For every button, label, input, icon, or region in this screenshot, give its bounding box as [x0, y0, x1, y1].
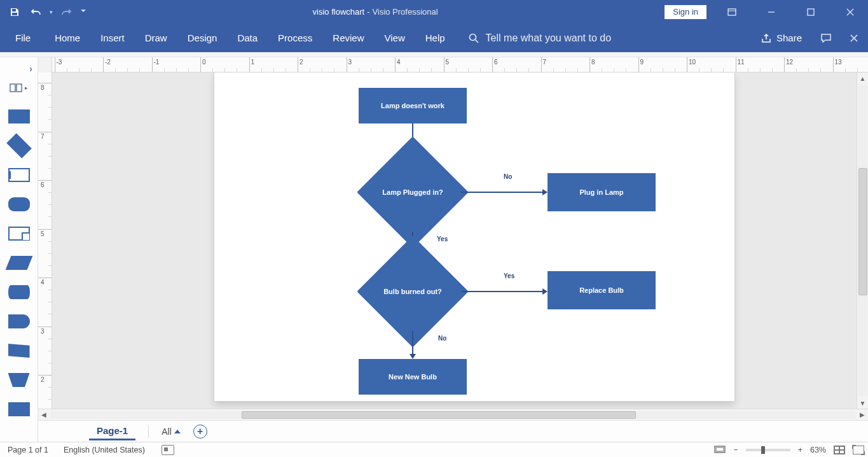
app-name: Visio Professional: [373, 7, 438, 17]
chevron-up-icon: [174, 430, 181, 433]
fit-page-button[interactable]: [830, 446, 849, 454]
arrow-icon: [542, 288, 548, 295]
tab-insert[interactable]: Insert: [90, 24, 135, 52]
connector-label-no: No: [504, 173, 512, 180]
scroll-thumb[interactable]: [242, 411, 636, 419]
tab-review[interactable]: Review: [322, 24, 374, 52]
tell-me-search[interactable]: Tell me what you want to do: [455, 24, 611, 52]
flowchart-action-2[interactable]: Replace Bulb: [548, 271, 656, 309]
collapse-ribbon-icon[interactable]: [840, 24, 868, 52]
shape-manual-icon[interactable]: [8, 344, 30, 358]
tab-home[interactable]: Home: [45, 24, 90, 52]
tab-data[interactable]: Data: [227, 24, 268, 52]
redo-icon[interactable]: [58, 4, 74, 20]
page-tab-page1[interactable]: Page-1: [89, 423, 135, 440]
tab-draw[interactable]: Draw: [135, 24, 177, 52]
connector[interactable]: [461, 291, 544, 292]
ruler-corner[interactable]: [38, 57, 52, 73]
minimize-button[interactable]: [757, 3, 785, 22]
scroll-thumb[interactable]: [858, 168, 867, 295]
svg-rect-4: [17, 84, 22, 92]
sign-in-button[interactable]: Sign in: [665, 5, 706, 19]
ruler-label: 9: [640, 59, 644, 66]
ruler-label: 2: [41, 376, 45, 383]
fit-window-button[interactable]: [849, 446, 868, 454]
window-title: visio flowchart - Visio Professional: [86, 7, 665, 17]
shape-document-icon[interactable]: [8, 227, 30, 241]
connector[interactable]: [412, 331, 413, 355]
flowchart-start[interactable]: Lamp doesn't work: [359, 88, 467, 123]
macro-recording-icon[interactable]: [153, 445, 182, 455]
qat-customize-icon[interactable]: [81, 10, 86, 15]
drawing-page[interactable]: Lamp doesn't work Lamp Plugged in?: [214, 73, 734, 401]
zoom-level[interactable]: 63%: [806, 446, 830, 454]
shape-data-icon[interactable]: [5, 256, 32, 270]
close-button[interactable]: [836, 3, 864, 22]
connector[interactable]: [461, 192, 544, 193]
flowchart-decision-2-label: Bulb burned out?: [383, 288, 442, 295]
undo-icon[interactable]: [28, 4, 45, 20]
ruler-label: -2: [105, 59, 111, 66]
maximize-button[interactable]: [797, 3, 825, 22]
scroll-right-button[interactable]: ▶: [857, 409, 868, 421]
add-page-button[interactable]: +: [193, 425, 207, 439]
all-pages-label: All: [162, 426, 172, 437]
scroll-track[interactable]: [858, 85, 867, 396]
shape-terminator-icon[interactable]: [8, 197, 30, 211]
connector-label-yes: Yes: [437, 236, 448, 243]
tab-file[interactable]: File: [0, 24, 45, 52]
vertical-ruler[interactable]: 8765432: [38, 73, 52, 409]
horizontal-ruler[interactable]: -3-2-1012345678910111213: [38, 57, 868, 73]
comments-icon[interactable]: [812, 24, 840, 52]
shape-subprocess-icon[interactable]: [8, 168, 30, 182]
horizontal-scrollbar[interactable]: ◀ ▶: [38, 409, 868, 420]
document-name: visio flowchart: [313, 7, 365, 17]
language-status[interactable]: English (United States): [56, 446, 153, 454]
ruler-label: 3: [41, 328, 45, 335]
share-button[interactable]: Share: [751, 24, 812, 52]
shape-delay-icon[interactable]: [8, 314, 30, 328]
ruler-label: 6: [494, 59, 498, 66]
expand-shapes-icon[interactable]: ›: [29, 64, 32, 74]
ribbon-display-options-icon[interactable]: [718, 3, 746, 22]
status-bar: Page 1 of 1 English (United States) − + …: [0, 442, 868, 457]
shape-database-icon[interactable]: [8, 285, 30, 299]
svg-rect-1: [808, 9, 814, 15]
shape-separator-icon[interactable]: [8, 402, 30, 416]
connector-label-no: No: [438, 335, 446, 342]
shapes-panel: › ▸: [0, 57, 38, 442]
drawing-canvas[interactable]: Lamp doesn't work Lamp Plugged in?: [52, 73, 868, 409]
scroll-left-button[interactable]: ◀: [38, 409, 50, 421]
shape-process-icon[interactable]: [8, 109, 30, 123]
all-pages-button[interactable]: All: [162, 426, 181, 437]
share-icon: [761, 33, 773, 43]
flowchart-end-label: New New Bulb: [389, 373, 437, 381]
flowchart-decision-2[interactable]: Bulb burned out?: [373, 252, 452, 331]
tab-process[interactable]: Process: [268, 24, 322, 52]
flowchart-decision-1[interactable]: Lamp Plugged in?: [373, 153, 452, 232]
shape-merge-icon[interactable]: [8, 373, 30, 387]
zoom-in-button[interactable]: +: [794, 446, 806, 454]
stencil-toolbar-icon[interactable]: ▸: [7, 80, 31, 95]
scroll-down-button[interactable]: ▼: [857, 397, 869, 409]
ruler-label: 5: [446, 59, 450, 66]
tab-view[interactable]: View: [374, 24, 415, 52]
scroll-track[interactable]: [51, 411, 855, 419]
ruler-label: 12: [786, 59, 793, 66]
ruler-label: 2: [300, 59, 303, 66]
presentation-mode-icon[interactable]: [710, 446, 729, 454]
scroll-up-button[interactable]: ▲: [857, 73, 869, 84]
undo-dropdown-icon[interactable]: ▾: [50, 9, 53, 15]
tab-help[interactable]: Help: [415, 24, 455, 52]
save-icon[interactable]: [6, 4, 23, 20]
shape-decision-icon[interactable]: [6, 133, 32, 158]
title-bar: ▾ visio flowchart - Visio Professional S…: [0, 0, 868, 24]
zoom-out-button[interactable]: −: [729, 446, 741, 454]
flowchart-action-1[interactable]: Plug in Lamp: [548, 173, 656, 211]
zoom-slider[interactable]: [742, 449, 794, 451]
flowchart-end[interactable]: New New Bulb: [359, 359, 467, 395]
flowchart-action-1-label: Plug in Lamp: [579, 188, 623, 196]
vertical-scrollbar[interactable]: ▲ ▼: [857, 73, 868, 409]
tab-design[interactable]: Design: [177, 24, 228, 52]
page-counter[interactable]: Page 1 of 1: [0, 446, 56, 454]
